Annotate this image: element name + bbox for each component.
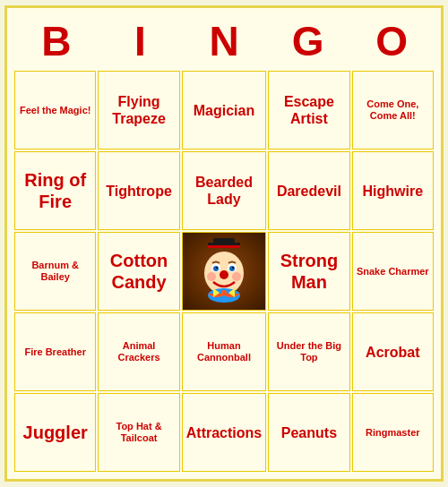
cell-n3-free[interactable] (182, 232, 266, 311)
cell-g4[interactable]: Under the Big Top (268, 312, 349, 391)
letter-o: O (349, 15, 434, 68)
clown-image (183, 233, 265, 310)
svg-point-8 (216, 267, 218, 269)
cell-b4[interactable]: Fire Breather (14, 312, 96, 391)
cell-n5[interactable]: Attractions (182, 393, 266, 472)
cell-n1[interactable]: Magician (182, 71, 266, 150)
cell-o4[interactable]: Acrobat (352, 312, 434, 391)
cell-o5[interactable]: Ringmaster (352, 393, 434, 472)
svg-point-7 (229, 266, 235, 271)
cell-o1[interactable]: Come One, Come All! (352, 71, 434, 150)
cell-g2[interactable]: Daredevil (268, 151, 349, 230)
cell-i3[interactable]: Cotton Candy (98, 232, 179, 311)
cell-n4[interactable]: Human Cannonball (182, 312, 266, 391)
cell-i1[interactable]: Flying Trapeze (98, 71, 179, 150)
cell-g1[interactable]: Escape Artist (268, 71, 349, 150)
cell-i4[interactable]: Animal Crackers (98, 312, 179, 391)
svg-point-6 (213, 266, 219, 271)
svg-point-10 (220, 270, 228, 279)
cell-b3[interactable]: Barnum & Bailey (14, 232, 96, 311)
svg-rect-1 (213, 238, 235, 245)
cell-b2[interactable]: Ring of Fire (14, 151, 96, 230)
cell-o3[interactable]: Snake Charmer (352, 232, 434, 311)
cell-b5[interactable]: Juggler (14, 393, 96, 472)
svg-point-15 (207, 272, 216, 281)
svg-point-16 (232, 272, 241, 281)
cell-g3[interactable]: Strong Man (268, 232, 349, 311)
letter-b: B (14, 15, 99, 68)
letter-n: N (182, 15, 266, 68)
cell-i5[interactable]: Top Hat & Tailcoat (98, 393, 179, 472)
cell-n2[interactable]: Bearded Lady (182, 151, 266, 230)
cell-b1[interactable]: Feel the Magic! (14, 71, 96, 150)
letter-g: G (266, 15, 350, 68)
cell-o2[interactable]: Highwire (352, 151, 434, 230)
cell-g5[interactable]: Peanuts (268, 393, 349, 472)
svg-point-14 (221, 290, 227, 295)
bingo-header: B I N G O (14, 15, 434, 68)
bingo-grid: Feel the Magic! Flying Trapeze Magician … (14, 71, 434, 472)
cell-i2[interactable]: Tightrope (98, 151, 179, 230)
svg-rect-2 (208, 245, 240, 248)
svg-point-9 (232, 267, 234, 269)
bingo-card: B I N G O Feel the Magic! Flying Trapeze… (4, 5, 444, 483)
clown-icon (188, 235, 260, 307)
letter-i: I (99, 15, 183, 68)
